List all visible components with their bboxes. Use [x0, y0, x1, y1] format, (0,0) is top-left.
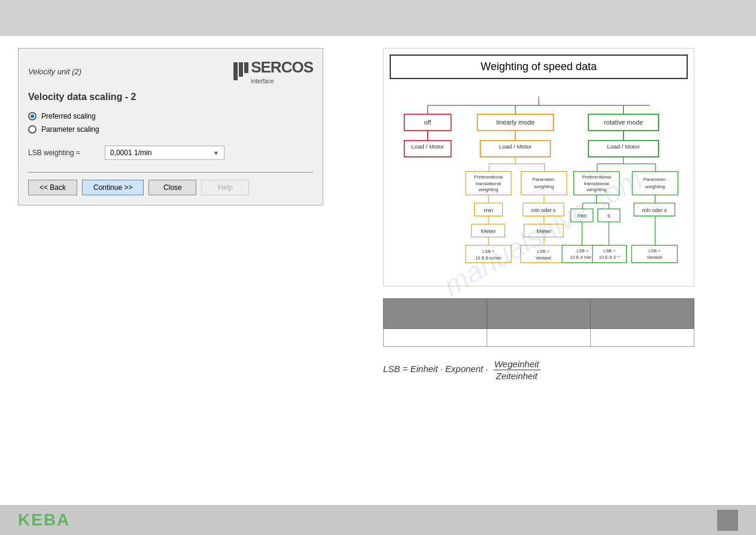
svg-text:LSB =: LSB =	[576, 248, 588, 253]
top-bar	[0, 0, 756, 36]
svg-text:Preferentional: Preferentional	[474, 174, 503, 180]
table-cell-1	[384, 329, 487, 347]
svg-text:10 E-6 S⁻¹: 10 E-6 S⁻¹	[599, 255, 620, 260]
svg-text:Variabel: Variabel	[646, 255, 663, 260]
formula-fraction: Wegeinheit Zeiteinheit	[493, 359, 541, 381]
radio-preferred-label: Preferred scaling	[41, 112, 96, 120]
formula-denominator: Zeiteinheit	[495, 370, 539, 381]
svg-text:linearly mode: linearly mode	[496, 119, 535, 126]
table-header-row	[384, 299, 694, 329]
sercos-bar-2	[239, 62, 243, 77]
table-header-col2	[487, 299, 591, 329]
sercos-bars-icon	[233, 62, 248, 80]
svg-text:10 E-6 m/min: 10 E-6 m/min	[475, 255, 501, 261]
diagram-title: Weighting of speed data	[390, 55, 688, 79]
svg-text:Load / Motor: Load / Motor	[499, 143, 532, 150]
sercos-sub-text: interface	[251, 78, 313, 84]
keba-logo-text: KEBA	[18, 510, 70, 530]
sercos-bar-3	[244, 62, 248, 73]
radio-group: Preferred scaling Parameter scaling	[28, 112, 313, 134]
svg-text:rotative mode: rotative mode	[604, 119, 643, 126]
data-table	[383, 298, 694, 347]
svg-text:10 E-4 min⁻¹: 10 E-4 min⁻¹	[570, 255, 595, 260]
svg-text:translational: translational	[476, 181, 501, 186]
lsb-value: 0,0001 1/min	[110, 149, 151, 157]
svg-text:min: min	[484, 207, 493, 213]
svg-text:s: s	[608, 212, 611, 219]
table-container	[383, 298, 694, 347]
radio-parameter-circle[interactable]	[28, 125, 37, 134]
table-cell-2	[487, 329, 591, 347]
back-button[interactable]: << Back	[28, 180, 77, 195]
dialog-separator	[28, 172, 313, 173]
formula-text: LSB = Einheit · Exponent ·	[383, 364, 488, 374]
dialog-page-title: Velocity unit (2)	[28, 67, 81, 76]
diagram-container: Weighting of speed data off linearly mod	[383, 48, 694, 286]
svg-text:mln oder s: mln oder s	[642, 207, 667, 213]
keba-logo: KEBA	[18, 510, 70, 530]
svg-text:weighting: weighting	[586, 187, 606, 192]
svg-text:Parameter-: Parameter-	[643, 177, 667, 182]
table-cell-3	[591, 329, 694, 347]
svg-text:Load / Motor: Load / Motor	[607, 143, 640, 150]
svg-text:weighting: weighting	[645, 184, 665, 189]
svg-text:Variabel: Variabel	[536, 255, 552, 261]
bottom-bar: KEBA	[0, 505, 756, 535]
continue-button[interactable]: Continue >>	[82, 180, 144, 195]
sercos-bar-1	[233, 62, 238, 80]
dropdown-arrow-icon: ▼	[213, 150, 219, 156]
dialog-box: Velocity unit (2) SERCOS interface Veloc…	[18, 48, 323, 205]
button-row: << Back Continue >> Close Help	[28, 180, 313, 195]
svg-text:LSB =: LSB =	[482, 249, 494, 254]
svg-text:off: off	[424, 119, 432, 126]
svg-text:Meter: Meter	[536, 228, 552, 234]
page-number-box	[717, 510, 738, 531]
svg-text:translational: translational	[584, 181, 609, 186]
sercos-main-text: SERCOS	[251, 58, 313, 77]
lsb-label: LSB weighting =	[28, 149, 100, 157]
svg-text:LSB =: LSB =	[538, 249, 549, 254]
dialog-main-title: Velocity data scaling - 2	[28, 92, 313, 102]
svg-text:Meter: Meter	[481, 228, 497, 234]
page-content: Velocity unit (2) SERCOS interface Veloc…	[0, 36, 756, 505]
radio-preferred-scaling[interactable]: Preferred scaling	[28, 112, 313, 120]
formula-numerator: Wegeinheit	[493, 359, 541, 370]
svg-text:weighting: weighting	[478, 187, 499, 192]
svg-text:Parameter-: Parameter-	[532, 177, 555, 182]
right-panel: manualshive.com Weighting of speed data …	[371, 36, 756, 505]
sercos-logo-text: SERCOS interface	[251, 58, 313, 84]
help-button: Help	[201, 180, 249, 195]
svg-text:Load / Motor: Load / Motor	[411, 143, 444, 150]
radio-parameter-label: Parameter scaling	[41, 125, 99, 134]
formula-container: LSB = Einheit · Exponent · Wegeinheit Ze…	[383, 359, 744, 381]
lsb-dropdown[interactable]: 0,0001 1/min ▼	[105, 146, 224, 160]
radio-parameter-scaling[interactable]: Parameter scaling	[28, 125, 313, 134]
diagram-svg: off linearly mode rotative mode Load / M…	[390, 79, 688, 278]
sercos-logo: SERCOS interface	[233, 58, 313, 84]
left-panel: Velocity unit (2) SERCOS interface Veloc…	[0, 36, 371, 505]
svg-text:min: min	[577, 212, 587, 219]
table-row	[384, 329, 694, 347]
close-button[interactable]: Close	[148, 180, 196, 195]
lsb-row: LSB weighting = 0,0001 1/min ▼	[28, 146, 313, 160]
table-header-col1	[384, 299, 487, 329]
radio-preferred-circle[interactable]	[28, 112, 37, 120]
table-header-col3	[591, 299, 694, 329]
dialog-title-bar: Velocity unit (2) SERCOS interface	[28, 58, 313, 84]
svg-text:mln oder s: mln oder s	[531, 207, 556, 213]
svg-text:weighting: weighting	[533, 184, 554, 189]
svg-text:Preferentional: Preferentional	[582, 174, 611, 180]
svg-text:LSB =: LSB =	[648, 248, 660, 253]
svg-text:LSB =: LSB =	[603, 248, 615, 253]
